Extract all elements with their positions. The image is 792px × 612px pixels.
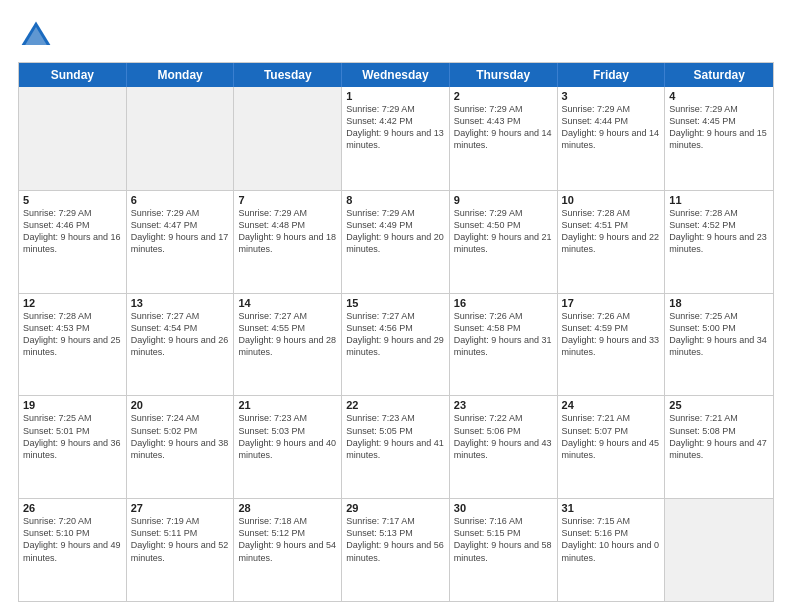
calendar-cell: 27Sunrise: 7:19 AM Sunset: 5:11 PM Dayli… — [127, 499, 235, 601]
day-number: 16 — [454, 297, 553, 309]
calendar-cell: 12Sunrise: 7:28 AM Sunset: 4:53 PM Dayli… — [19, 294, 127, 396]
day-number: 13 — [131, 297, 230, 309]
day-number: 5 — [23, 194, 122, 206]
calendar-cell: 29Sunrise: 7:17 AM Sunset: 5:13 PM Dayli… — [342, 499, 450, 601]
day-number: 27 — [131, 502, 230, 514]
cell-info: Sunrise: 7:29 AM Sunset: 4:50 PM Dayligh… — [454, 207, 553, 256]
calendar-cell: 7Sunrise: 7:29 AM Sunset: 4:48 PM Daylig… — [234, 191, 342, 293]
calendar-cell: 28Sunrise: 7:18 AM Sunset: 5:12 PM Dayli… — [234, 499, 342, 601]
calendar-cell: 18Sunrise: 7:25 AM Sunset: 5:00 PM Dayli… — [665, 294, 773, 396]
page: SundayMondayTuesdayWednesdayThursdayFrid… — [0, 0, 792, 612]
calendar-cell: 21Sunrise: 7:23 AM Sunset: 5:03 PM Dayli… — [234, 396, 342, 498]
cell-info: Sunrise: 7:15 AM Sunset: 5:16 PM Dayligh… — [562, 515, 661, 564]
day-number: 20 — [131, 399, 230, 411]
calendar-cell: 11Sunrise: 7:28 AM Sunset: 4:52 PM Dayli… — [665, 191, 773, 293]
cell-info: Sunrise: 7:23 AM Sunset: 5:05 PM Dayligh… — [346, 412, 445, 461]
cell-info: Sunrise: 7:29 AM Sunset: 4:48 PM Dayligh… — [238, 207, 337, 256]
cell-info: Sunrise: 7:29 AM Sunset: 4:44 PM Dayligh… — [562, 103, 661, 152]
day-number: 7 — [238, 194, 337, 206]
cell-info: Sunrise: 7:26 AM Sunset: 4:58 PM Dayligh… — [454, 310, 553, 359]
cell-info: Sunrise: 7:27 AM Sunset: 4:55 PM Dayligh… — [238, 310, 337, 359]
calendar-cell: 23Sunrise: 7:22 AM Sunset: 5:06 PM Dayli… — [450, 396, 558, 498]
calendar-week-1: 1Sunrise: 7:29 AM Sunset: 4:42 PM Daylig… — [19, 87, 773, 190]
cell-info: Sunrise: 7:22 AM Sunset: 5:06 PM Dayligh… — [454, 412, 553, 461]
cell-info: Sunrise: 7:19 AM Sunset: 5:11 PM Dayligh… — [131, 515, 230, 564]
calendar-cell: 3Sunrise: 7:29 AM Sunset: 4:44 PM Daylig… — [558, 87, 666, 190]
calendar-week-3: 12Sunrise: 7:28 AM Sunset: 4:53 PM Dayli… — [19, 293, 773, 396]
cell-info: Sunrise: 7:29 AM Sunset: 4:45 PM Dayligh… — [669, 103, 769, 152]
cell-info: Sunrise: 7:28 AM Sunset: 4:53 PM Dayligh… — [23, 310, 122, 359]
cell-info: Sunrise: 7:17 AM Sunset: 5:13 PM Dayligh… — [346, 515, 445, 564]
calendar-cell: 14Sunrise: 7:27 AM Sunset: 4:55 PM Dayli… — [234, 294, 342, 396]
day-number: 10 — [562, 194, 661, 206]
day-number: 24 — [562, 399, 661, 411]
calendar-cell: 13Sunrise: 7:27 AM Sunset: 4:54 PM Dayli… — [127, 294, 235, 396]
logo — [18, 18, 58, 54]
header-day-friday: Friday — [558, 63, 666, 87]
logo-icon — [18, 18, 54, 54]
day-number: 26 — [23, 502, 122, 514]
day-number: 8 — [346, 194, 445, 206]
cell-info: Sunrise: 7:29 AM Sunset: 4:47 PM Dayligh… — [131, 207, 230, 256]
cell-info: Sunrise: 7:16 AM Sunset: 5:15 PM Dayligh… — [454, 515, 553, 564]
calendar-cell — [234, 87, 342, 190]
day-number: 29 — [346, 502, 445, 514]
calendar-cell: 30Sunrise: 7:16 AM Sunset: 5:15 PM Dayli… — [450, 499, 558, 601]
cell-info: Sunrise: 7:25 AM Sunset: 5:00 PM Dayligh… — [669, 310, 769, 359]
calendar-week-4: 19Sunrise: 7:25 AM Sunset: 5:01 PM Dayli… — [19, 395, 773, 498]
header — [18, 18, 774, 54]
day-number: 25 — [669, 399, 769, 411]
calendar-cell: 16Sunrise: 7:26 AM Sunset: 4:58 PM Dayli… — [450, 294, 558, 396]
calendar-cell — [19, 87, 127, 190]
header-day-saturday: Saturday — [665, 63, 773, 87]
cell-info: Sunrise: 7:21 AM Sunset: 5:08 PM Dayligh… — [669, 412, 769, 461]
day-number: 11 — [669, 194, 769, 206]
cell-info: Sunrise: 7:26 AM Sunset: 4:59 PM Dayligh… — [562, 310, 661, 359]
calendar-header: SundayMondayTuesdayWednesdayThursdayFrid… — [19, 63, 773, 87]
calendar-cell: 20Sunrise: 7:24 AM Sunset: 5:02 PM Dayli… — [127, 396, 235, 498]
day-number: 15 — [346, 297, 445, 309]
header-day-thursday: Thursday — [450, 63, 558, 87]
calendar-cell: 1Sunrise: 7:29 AM Sunset: 4:42 PM Daylig… — [342, 87, 450, 190]
cell-info: Sunrise: 7:29 AM Sunset: 4:49 PM Dayligh… — [346, 207, 445, 256]
header-day-tuesday: Tuesday — [234, 63, 342, 87]
day-number: 14 — [238, 297, 337, 309]
calendar-cell: 25Sunrise: 7:21 AM Sunset: 5:08 PM Dayli… — [665, 396, 773, 498]
day-number: 4 — [669, 90, 769, 102]
calendar-body: 1Sunrise: 7:29 AM Sunset: 4:42 PM Daylig… — [19, 87, 773, 601]
day-number: 3 — [562, 90, 661, 102]
calendar-cell — [127, 87, 235, 190]
day-number: 31 — [562, 502, 661, 514]
calendar-cell: 5Sunrise: 7:29 AM Sunset: 4:46 PM Daylig… — [19, 191, 127, 293]
cell-info: Sunrise: 7:24 AM Sunset: 5:02 PM Dayligh… — [131, 412, 230, 461]
calendar-cell: 4Sunrise: 7:29 AM Sunset: 4:45 PM Daylig… — [665, 87, 773, 190]
calendar-cell: 19Sunrise: 7:25 AM Sunset: 5:01 PM Dayli… — [19, 396, 127, 498]
cell-info: Sunrise: 7:29 AM Sunset: 4:46 PM Dayligh… — [23, 207, 122, 256]
day-number: 12 — [23, 297, 122, 309]
calendar-cell: 6Sunrise: 7:29 AM Sunset: 4:47 PM Daylig… — [127, 191, 235, 293]
cell-info: Sunrise: 7:25 AM Sunset: 5:01 PM Dayligh… — [23, 412, 122, 461]
calendar-cell: 22Sunrise: 7:23 AM Sunset: 5:05 PM Dayli… — [342, 396, 450, 498]
calendar-week-2: 5Sunrise: 7:29 AM Sunset: 4:46 PM Daylig… — [19, 190, 773, 293]
cell-info: Sunrise: 7:29 AM Sunset: 4:42 PM Dayligh… — [346, 103, 445, 152]
day-number: 30 — [454, 502, 553, 514]
day-number: 23 — [454, 399, 553, 411]
day-number: 21 — [238, 399, 337, 411]
calendar-cell: 2Sunrise: 7:29 AM Sunset: 4:43 PM Daylig… — [450, 87, 558, 190]
calendar-cell — [665, 499, 773, 601]
header-day-wednesday: Wednesday — [342, 63, 450, 87]
day-number: 6 — [131, 194, 230, 206]
day-number: 2 — [454, 90, 553, 102]
cell-info: Sunrise: 7:21 AM Sunset: 5:07 PM Dayligh… — [562, 412, 661, 461]
calendar-cell: 10Sunrise: 7:28 AM Sunset: 4:51 PM Dayli… — [558, 191, 666, 293]
cell-info: Sunrise: 7:18 AM Sunset: 5:12 PM Dayligh… — [238, 515, 337, 564]
calendar-cell: 15Sunrise: 7:27 AM Sunset: 4:56 PM Dayli… — [342, 294, 450, 396]
calendar-week-5: 26Sunrise: 7:20 AM Sunset: 5:10 PM Dayli… — [19, 498, 773, 601]
calendar-cell: 31Sunrise: 7:15 AM Sunset: 5:16 PM Dayli… — [558, 499, 666, 601]
calendar-cell: 17Sunrise: 7:26 AM Sunset: 4:59 PM Dayli… — [558, 294, 666, 396]
day-number: 22 — [346, 399, 445, 411]
cell-info: Sunrise: 7:28 AM Sunset: 4:51 PM Dayligh… — [562, 207, 661, 256]
day-number: 28 — [238, 502, 337, 514]
header-day-sunday: Sunday — [19, 63, 127, 87]
cell-info: Sunrise: 7:27 AM Sunset: 4:54 PM Dayligh… — [131, 310, 230, 359]
